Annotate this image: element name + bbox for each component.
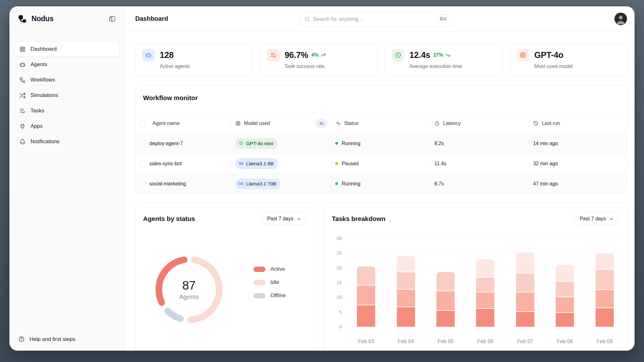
trending-up-icon [320, 52, 326, 58]
status-label: Running [341, 141, 360, 146]
card-title: Agents by status [143, 215, 195, 223]
bar-segment-segment-3 [516, 273, 534, 292]
workflow-table: Agent name Model used AI Status [136, 113, 627, 194]
sidebar-nav: Dashboard Agents Workflows Simulations [9, 31, 125, 149]
legend-item-idle: Idle [253, 279, 286, 286]
sidebar-item-tasks[interactable]: Tasks [14, 103, 120, 118]
bar-segment-segment-1 [357, 305, 375, 327]
latency-cell: 6.7s [430, 173, 529, 194]
nodus-logo-icon [18, 14, 27, 24]
card-title: Tasks breakdown [332, 215, 386, 223]
x-tick-label: Feb 05 [426, 338, 465, 344]
bar-segment-segment-4 [556, 265, 574, 281]
status-dot [335, 162, 338, 165]
bar-segment-segment-2 [556, 297, 574, 313]
app-window: Nodus Dashboard Agents [9, 6, 635, 351]
donut-legend: Active Idle Offline [253, 266, 286, 299]
select-all-checkbox[interactable] [139, 120, 146, 127]
status-cell: Running [331, 133, 430, 153]
timer-icon [434, 121, 440, 126]
column-header-status: Status [331, 113, 430, 133]
help-link[interactable]: Help and first steps [9, 327, 125, 351]
sidebar-item-label: Agents [31, 61, 47, 68]
legend-item-active: Active [253, 266, 286, 272]
agent-name: deploy-agent-7 [149, 141, 183, 146]
bar-segment-segment-2 [596, 289, 614, 308]
table-row[interactable]: social-marketing [136, 173, 231, 194]
y-tick-label: 10 [336, 294, 342, 300]
model-cell: Llama3.1 70B [231, 173, 331, 194]
bar-segment-segment-3 [476, 277, 494, 292]
agents-by-status-card: Agents by status Past 7 days 87 Agents [135, 203, 314, 351]
bar-stack [476, 259, 494, 327]
stat-value: 12.4s 27% [409, 50, 450, 60]
stat-label: Most used model [534, 64, 620, 69]
plug-icon [19, 123, 26, 130]
sidebar-item-dashboard[interactable]: Dashboard [14, 42, 120, 57]
sidebar-item-apps[interactable]: Apps [14, 119, 120, 134]
legend-item-offline: Offline [253, 292, 286, 299]
bar-column-feb-05 [426, 238, 465, 327]
row-checkbox[interactable] [139, 140, 146, 147]
sidebar-item-label: Notifications [31, 139, 60, 145]
help-circle-icon [18, 336, 25, 342]
x-tick-label: Feb 08 [545, 338, 585, 344]
top-bar: Dashboard ⌘K [125, 6, 635, 31]
stat-card-most-used-model: GPT-4o Most used model [510, 43, 627, 76]
bar-column-feb-07 [505, 238, 545, 327]
bar-segment-segment-1 [436, 310, 455, 327]
range-dropdown[interactable]: Past 7 days [574, 212, 619, 225]
sidebar-item-workflows[interactable]: Workflows [14, 72, 120, 88]
stat-card-avg-execution: 12.4s 27% Average execution time [385, 43, 502, 76]
sidebar-item-label: Tasks [31, 108, 44, 114]
tasks-x-axis: Feb 03Feb 04Feb 05Feb 06Feb 07Feb 08Feb … [346, 338, 625, 344]
y-tick-label: 30 [336, 235, 342, 241]
last-run-cell: 47 min ago [529, 173, 627, 194]
x-tick-label: Feb 09 [585, 338, 625, 344]
activity-icon [335, 121, 341, 126]
stat-value: 128 [160, 50, 174, 60]
bell-icon [19, 139, 26, 145]
search-icon [304, 16, 310, 22]
stat-label: Task success rate [285, 64, 370, 69]
x-tick-label: Feb 07 [505, 338, 545, 344]
avatar[interactable] [614, 13, 627, 25]
search-input[interactable] [313, 16, 433, 22]
status-cell: Paused [331, 153, 430, 173]
sidebar-toggle-icon[interactable] [108, 15, 117, 23]
table-row[interactable]: deploy-agent-7 [136, 133, 231, 153]
bar-segment-segment-3 [556, 281, 574, 297]
sidebar-item-label: Simulations [31, 92, 58, 99]
sidebar-item-simulations[interactable]: Simulations [14, 88, 120, 103]
y-tick-label: 15 [336, 280, 342, 286]
app-name: Nodus [31, 14, 104, 23]
column-header-agent-name: Agent name [136, 113, 231, 133]
range-dropdown[interactable]: Past 7 days [261, 212, 307, 225]
agent-name: social-marketing [149, 181, 186, 187]
bar-stack [357, 266, 375, 327]
bar-segment-segment-1 [556, 312, 574, 327]
row-checkbox[interactable] [139, 181, 146, 187]
bar-segment-segment-1 [397, 307, 415, 327]
row-checkbox[interactable] [139, 161, 146, 167]
charts-row: Agents by status Past 7 days 87 Agents [135, 203, 627, 351]
bar-stack [516, 252, 534, 327]
history-icon [533, 121, 539, 126]
model-cell: GPT-4o mini [231, 133, 331, 153]
trend-up: 4% [311, 52, 326, 58]
latency-cell: 11.4s [430, 153, 529, 173]
bar-stack [596, 253, 614, 327]
tasks-breakdown-card: Tasks breakdown Past 7 days 051015202530… [324, 203, 627, 351]
sidebar-item-agents[interactable]: Agents [14, 57, 120, 72]
stat-value: 96.7% 4% [285, 50, 326, 60]
bar-segment-segment-3 [357, 266, 375, 285]
table-row[interactable]: sales-sync-bot [136, 153, 231, 173]
sidebar-item-notifications[interactable]: Notifications [14, 134, 120, 149]
bar-stack [556, 265, 574, 327]
model-pill: Llama3.1 70B [235, 178, 281, 189]
last-run-cell: 14 min ago [529, 133, 627, 153]
sidebar: Nodus Dashboard Agents [9, 6, 125, 351]
bar-segment-segment-4 [516, 252, 534, 273]
bar-column-feb-09 [585, 238, 625, 327]
bar-segment-segment-1 [596, 308, 614, 327]
